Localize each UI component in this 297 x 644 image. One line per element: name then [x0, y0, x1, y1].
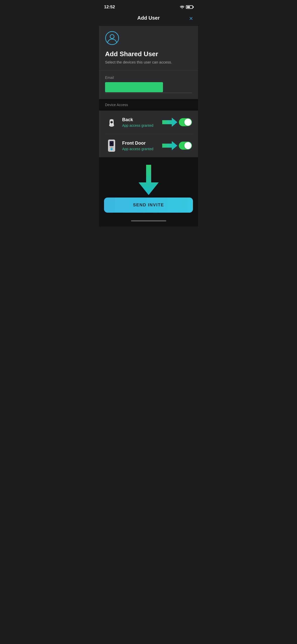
svg-marker-24: [139, 182, 159, 195]
svg-rect-6: [111, 124, 112, 126]
frontdoor-device-status: App access granted: [122, 147, 158, 151]
svg-marker-22: [162, 141, 177, 150]
bottom-section: SEND INVITE: [99, 157, 198, 227]
close-button[interactable]: ×: [189, 15, 193, 22]
svg-point-7: [110, 119, 114, 121]
svg-point-17: [114, 141, 115, 142]
svg-rect-23: [146, 165, 151, 184]
device-list: Back App access granted: [99, 111, 198, 157]
back-toggle-knob: [184, 119, 191, 126]
home-indicator: [99, 218, 198, 227]
email-label: Email: [105, 76, 192, 80]
email-underline: [105, 93, 192, 93]
svg-point-1: [110, 35, 114, 39]
device-item-frontdoor: ring Front Door App access granted: [99, 134, 198, 157]
frontdoor-camera-icon-wrap: ring: [105, 139, 118, 152]
down-arrow-annotation: [139, 165, 159, 195]
status-bar: 12:52: [99, 0, 198, 13]
back-device-name: Back: [122, 117, 158, 122]
back-device-status: App access granted: [122, 123, 158, 127]
page-title: Add User: [137, 15, 160, 21]
svg-marker-8: [162, 118, 177, 127]
battery-icon: [186, 5, 193, 9]
back-arrow-annotation: [162, 117, 177, 128]
hero-title: Add Shared User: [105, 50, 192, 58]
device-item-back: Back App access granted: [99, 111, 198, 134]
device-access-header: Device Access: [99, 99, 198, 111]
svg-point-13: [111, 143, 113, 145]
frontdoor-device-name: Front Door: [122, 141, 158, 146]
email-input-container[interactable]: [105, 82, 192, 93]
frontdoor-toggle-knob: [184, 142, 191, 149]
user-avatar-icon: [105, 31, 119, 45]
frontdoor-toggle-area[interactable]: [162, 140, 192, 151]
svg-point-19: [114, 150, 115, 151]
hero-section: Add Shared User Select the devices this …: [99, 26, 198, 70]
back-device-info: Back App access granted: [122, 117, 158, 127]
email-section: Email: [99, 71, 198, 99]
email-input-fill[interactable]: [105, 82, 163, 92]
svg-point-18: [109, 150, 110, 151]
send-invite-label: SEND INVITE: [133, 203, 164, 208]
home-bar: [131, 220, 166, 221]
svg-point-15: [111, 148, 112, 150]
hero-subtitle: Select the devices this user can access.: [105, 60, 192, 64]
status-time: 12:52: [104, 5, 115, 10]
frontdoor-icon: ring: [107, 139, 116, 153]
svg-point-5: [111, 121, 112, 123]
device-access-label: Device Access: [105, 103, 128, 107]
down-arrow-container: [99, 157, 198, 198]
back-camera-icon-wrap: [105, 116, 118, 129]
frontdoor-toggle[interactable]: [179, 142, 192, 150]
frontdoor-device-info: Front Door App access granted: [122, 141, 158, 151]
status-icons: [180, 5, 193, 9]
frontdoor-arrow-annotation: [162, 140, 177, 151]
back-camera-icon: [106, 116, 118, 128]
svg-text:ring: ring: [111, 147, 113, 148]
back-toggle-area[interactable]: [162, 117, 192, 128]
send-invite-button[interactable]: SEND INVITE: [104, 198, 193, 213]
page-header: Add User ×: [99, 13, 198, 26]
wifi-icon: [180, 5, 184, 9]
back-toggle[interactable]: [179, 118, 192, 126]
svg-point-16: [109, 141, 110, 142]
